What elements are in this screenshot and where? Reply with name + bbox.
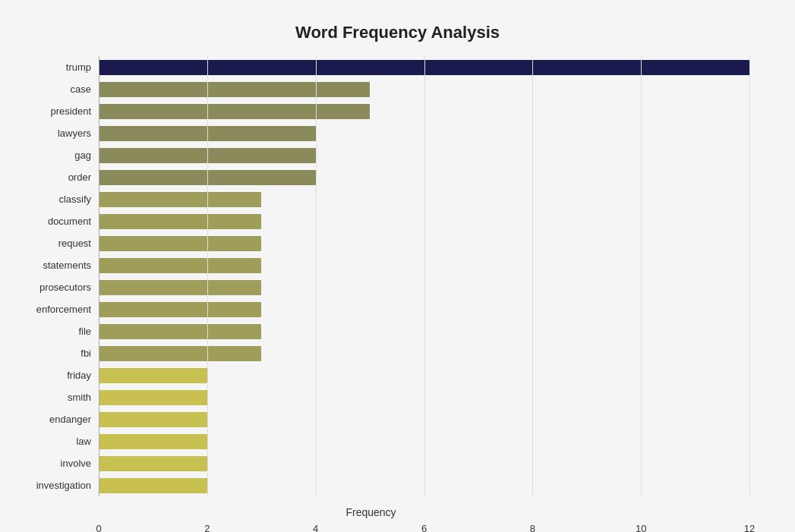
bar (99, 456, 207, 471)
bar-row (99, 170, 749, 185)
x-tick: 8 (530, 523, 535, 532)
x-tick: 12 (744, 523, 755, 532)
x-tick: 0 (96, 523, 101, 532)
y-label: involve (8, 458, 91, 469)
bar-row (99, 324, 749, 339)
bar (99, 280, 261, 295)
x-tick: 2 (204, 523, 210, 532)
bar-row (99, 302, 749, 317)
bar-row (99, 280, 749, 295)
bar-row (99, 104, 749, 119)
y-label: case (8, 83, 91, 95)
bar (99, 324, 261, 339)
bar (99, 412, 207, 427)
bar-row (99, 148, 749, 163)
bar (99, 82, 370, 97)
y-label: document (8, 216, 91, 227)
bar-row (99, 390, 749, 405)
bar (99, 368, 207, 383)
y-label: endanger (8, 414, 91, 425)
y-label: fbi (8, 348, 91, 359)
chart-container: Word Frequency Analysis trumpcasepreside… (0, 0, 795, 532)
chart-area: trumpcasepresidentlawyersgagorderclassif… (99, 56, 749, 496)
bar (99, 390, 207, 405)
y-label: friday (8, 370, 91, 381)
bar-row (99, 434, 749, 449)
bar (99, 126, 316, 141)
bar (99, 236, 261, 251)
y-label: trump (8, 61, 91, 73)
y-label: president (8, 105, 91, 117)
bar-row (99, 456, 749, 471)
x-tick: 10 (636, 523, 646, 532)
y-label: statements (8, 260, 91, 271)
grid-line (749, 56, 750, 496)
bar-row (99, 82, 749, 97)
bar-row (99, 368, 749, 383)
bar-row (99, 258, 749, 273)
y-label: file (8, 326, 91, 337)
bar (99, 60, 749, 75)
bar (99, 148, 316, 163)
bar-row (99, 478, 749, 493)
x-tick: 4 (313, 523, 318, 532)
y-label: gag (8, 150, 91, 161)
bar-row (99, 214, 749, 229)
bar (99, 192, 261, 207)
bar (99, 104, 370, 119)
bar (99, 434, 207, 449)
bar-row (99, 192, 749, 207)
y-label: request (8, 238, 91, 249)
bar-row (99, 126, 749, 141)
y-label: prosecutors (8, 282, 91, 293)
bar (99, 214, 261, 229)
y-label: classify (8, 194, 91, 205)
bar (99, 346, 261, 361)
bar-row (99, 236, 749, 251)
bar-row (99, 346, 749, 361)
bar (99, 478, 207, 493)
y-label: investigation (8, 480, 91, 491)
y-label: lawyers (8, 127, 91, 139)
chart-title: Word Frequency Analysis (46, 23, 749, 42)
bar (99, 170, 316, 185)
y-label: enforcement (8, 304, 91, 315)
y-label: smith (8, 392, 91, 403)
bar (99, 258, 261, 273)
y-label: law (8, 436, 91, 447)
y-label: order (8, 172, 91, 183)
bar-row (99, 412, 749, 427)
bar-row (99, 60, 749, 75)
x-tick: 6 (421, 523, 427, 532)
x-axis-label: Frequency (0, 506, 795, 518)
bar (99, 302, 261, 317)
